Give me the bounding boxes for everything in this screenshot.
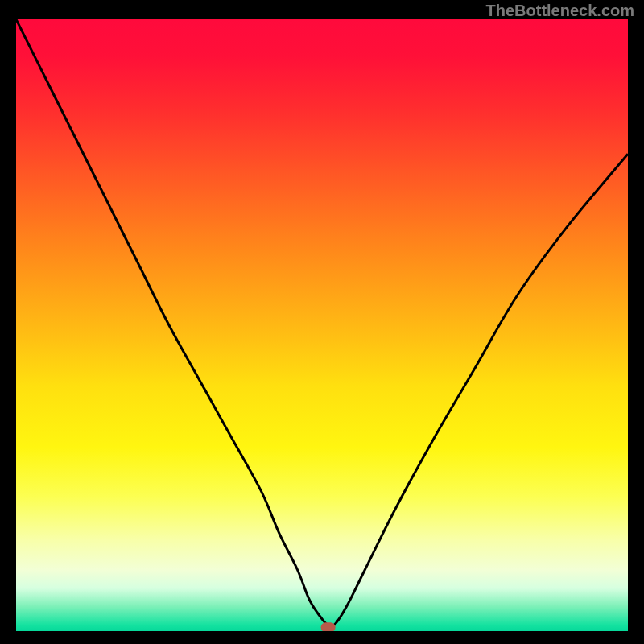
watermark-text: TheBottleneck.com [486, 2, 634, 20]
chart-container: TheBottleneck.com [0, 0, 644, 644]
min-marker [321, 622, 336, 631]
plot-area [16, 19, 628, 631]
curve-svg [16, 19, 628, 631]
bottleneck-curve [16, 19, 628, 627]
